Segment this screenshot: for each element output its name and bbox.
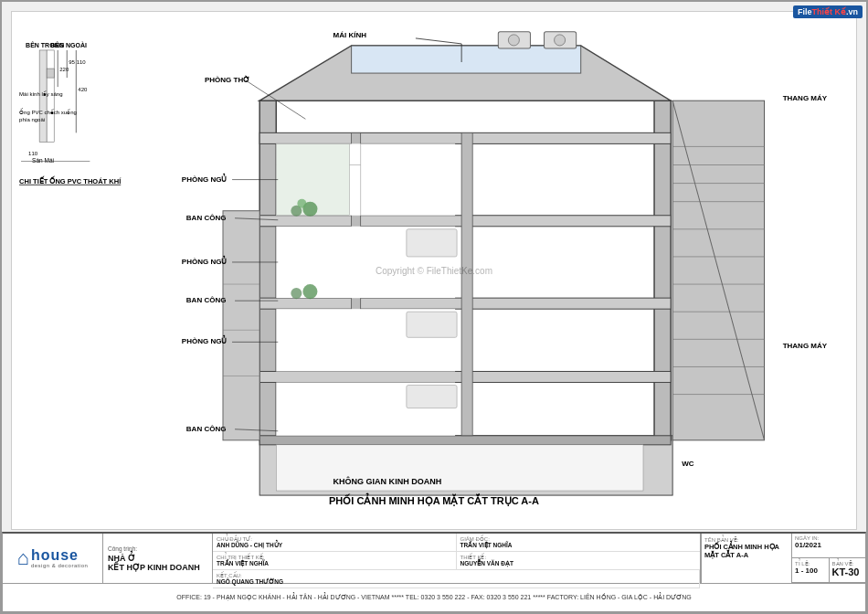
- svg-point-59: [555, 35, 566, 46]
- house-logo-name: house: [31, 548, 89, 563]
- svg-point-54: [291, 288, 302, 299]
- chu-dau-tu-value: ANH DŨNG - CHỊ THỦY: [217, 542, 452, 549]
- ban-ve-cell: BẢN VẼ: KT-30: [830, 558, 866, 582]
- svg-text:Ống PVC chếch xuống: Ống PVC chếch xuống: [19, 108, 77, 115]
- office-text: OFFICE: 19 - PHẠM NGỌC KHÁNH - HẢI TÂN -…: [176, 594, 691, 601]
- code-row-2: TỈ LỆ: 1 - 100 BẢN VẼ: KT-30: [792, 558, 865, 583]
- ti-le-cell: TỈ LỆ: 1 - 100: [792, 558, 830, 582]
- codes-section: NGÀY IN: 01/2021 TỈ LỆ: 1 - 100 BẢN VẼ: …: [792, 534, 865, 583]
- office-line: OFFICE: 19 - PHẠM NGỌC KHÁNH - HẢI TÂN -…: [3, 584, 865, 611]
- svg-rect-24: [259, 436, 671, 445]
- house-logo: ⌂ house design & decoration: [17, 548, 89, 568]
- svg-text:95 110: 95 110: [69, 59, 86, 65]
- svg-rect-48: [407, 229, 457, 257]
- phong-ngu-2-label: PHÒNG NGỦ: [182, 255, 228, 266]
- chi-tiet-title: CHI TIẾT ỐNG PVC THOÁT KHÍ: [19, 175, 122, 185]
- ti-le-label: TỈ LỆ:: [795, 560, 826, 566]
- giam-doc-label: GIÁM ĐỐC:: [460, 535, 697, 542]
- svg-rect-2: [47, 69, 54, 78]
- svg-text:420: 420: [78, 87, 88, 92]
- wc-label: WC: [682, 460, 694, 468]
- ban-cong-3-label: BAN CÔNG: [186, 425, 227, 433]
- svg-rect-49: [407, 312, 457, 337]
- ban-ve-value: KT-30: [832, 566, 863, 577]
- svg-text:Mái kính lấy sáng: Mái kính lấy sáng: [19, 90, 62, 97]
- chi-tri-label: CHỈ TRỊ THIẾT KẾ:: [217, 554, 452, 560]
- svg-point-57: [508, 35, 519, 46]
- svg-point-53: [297, 199, 306, 208]
- svg-line-65: [416, 38, 461, 44]
- page-container: FileThiết Kế.vn Copyright © FileThietKe.…: [0, 0, 868, 614]
- svg-point-55: [302, 284, 317, 299]
- logo-badge: FileThiết Kế.vn: [793, 5, 863, 18]
- mai-kinh-label: MÁI KÍNH: [333, 31, 367, 39]
- cong-trinh-label: Công trình:: [108, 545, 207, 552]
- svg-rect-19: [352, 46, 581, 73]
- logo-vn-text: .vn: [846, 7, 858, 16]
- title-block-top: ⌂ house design & decoration Công trình: …: [3, 534, 865, 584]
- giam-doc-cell: GIÁM ĐỐC: TRẦN VIỆT NGHĨA: [457, 534, 701, 552]
- chi-tri-value: TRẦN VIỆT NGHĨA: [217, 560, 452, 567]
- arch-svg: BÊN TRONG BÊN NGOÀI 220 95 110 420 110 M…: [12, 12, 856, 529]
- svg-rect-50: [407, 386, 457, 408]
- thang-may-top-label: THANG MÁY: [783, 94, 828, 102]
- svg-rect-34: [276, 445, 643, 491]
- svg-rect-60: [223, 211, 259, 440]
- phong-ngu-1-label: PHÒNG NGỦ: [182, 173, 228, 184]
- ben-ngoai-label: BÊN NGOÀI: [50, 41, 87, 48]
- svg-rect-17: [654, 101, 671, 440]
- phong-ngu-3-label: PHÒNG NGỦ: [182, 334, 228, 345]
- ngay-cell: NGÀY IN: 01/2021: [792, 534, 865, 557]
- logo-section: ⌂ house design & decoration: [3, 534, 103, 583]
- phong-tho-label: PHÒNG THỜ: [205, 75, 249, 84]
- ten-ban-ve-label: TÊN BẢN VẼ:: [704, 536, 789, 543]
- cong-trinh-section: Công trình: NHÀ ỞKẾT HỢP KINH DOANH: [103, 534, 213, 583]
- svg-text:110: 110: [28, 151, 38, 156]
- thiet-ke-cell: THIẾT KẾ: NGUYỄN VĂN ĐẠT: [457, 552, 701, 570]
- ban-cong-1-label: BAN CÔNG: [186, 214, 227, 222]
- drawing-main-title: PHỐI CẢNH MINH HỌA MẶT CẮT TRỤC A-A: [329, 492, 539, 507]
- svg-text:phía ngoài: phía ngoài: [19, 117, 45, 122]
- svg-text:Sàn Mái: Sàn Mái: [32, 157, 54, 164]
- khong-gian-label: KHÔNG GIAN KINH DOANH: [333, 476, 442, 486]
- tb-right-section: TÊN BẢN VẼ: PHỐI CẢNH MINH HỌAMẶT CẮT A-…: [701, 534, 865, 583]
- code-row-1: NGÀY IN: 01/2021: [792, 534, 865, 558]
- staff-section: CHỦ ĐẦU TƯ: ANH DŨNG - CHỊ THỦY GIÁM ĐỐC…: [213, 534, 701, 583]
- house-logo-sub: design & decoration: [31, 563, 89, 568]
- thang-may-side-label: THANG MÁY: [783, 342, 828, 350]
- cong-trinh-value: NHÀ ỞKẾT HỢP KINH DOANH: [108, 554, 207, 572]
- chu-dau-tu-label: CHỦ ĐẦU TƯ:: [217, 535, 452, 542]
- chi-tri-cell: CHỈ TRỊ THIẾT KẾ: TRẦN VIỆT NGHĨA: [213, 552, 457, 570]
- ten-ban-ve-section: TÊN BẢN VẼ: PHỐI CẢNH MINH HỌAMẶT CẮT A-…: [702, 534, 792, 583]
- ten-ban-ve-value: PHỐI CẢNH MINH HỌAMẶT CẮT A-A: [704, 543, 789, 559]
- house-logo-text: house design & decoration: [31, 548, 89, 568]
- chu-dau-tu-cell: CHỦ ĐẦU TƯ: ANH DŨNG - CHỊ THỦY: [213, 534, 457, 552]
- logo-thiet-ke-text: Thiết Kế: [811, 7, 846, 16]
- svg-rect-16: [259, 101, 276, 440]
- title-block: ⌂ house design & decoration Công trình: …: [2, 532, 866, 612]
- ti-le-value: 1 - 100: [795, 566, 826, 575]
- thiet-ke-value: NGUYỄN VĂN ĐẠT: [460, 560, 697, 567]
- ban-ve-label: BẢN VẼ:: [832, 560, 863, 566]
- giam-doc-value: TRẦN VIỆT NGHĨA: [460, 542, 697, 549]
- ket-cau-label: KẾT CẤU:: [217, 572, 695, 578]
- logo-file-text: File: [798, 7, 812, 16]
- drawing-area: Copyright © FileThietKe.com BÊN TRONG BÊ…: [11, 11, 857, 530]
- ban-cong-2-label: BAN CÔNG: [186, 296, 227, 304]
- thiet-ke-label: THIẾT KẾ:: [460, 554, 697, 560]
- ngay-value: 01/2021: [795, 541, 863, 549]
- svg-text:220: 220: [59, 67, 69, 72]
- house-icon: ⌂: [17, 548, 29, 568]
- svg-rect-25: [461, 132, 472, 435]
